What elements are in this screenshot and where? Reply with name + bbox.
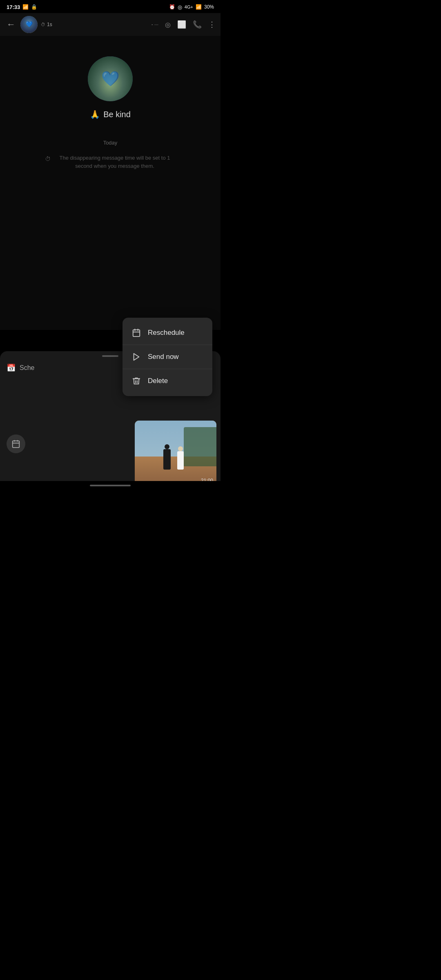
alarm-icon: ⏰ [169,4,175,10]
signal-bars-icon: 📶 [196,4,202,10]
profile-circle-icon: ◎ [165,21,171,29]
toolbar-timer-label: 1s [47,22,52,27]
praying-emoji: 🙏 [90,109,100,119]
svg-marker-4 [134,354,139,361]
phone-call-button[interactable]: 📞 [193,20,202,29]
send-now-option[interactable]: Send now [122,345,212,369]
wifi-icon: ◎ [178,4,182,10]
disappearing-notice: ⏱ The disappearing message time will be … [45,154,176,170]
calendar-icon: 📅 [7,363,16,372]
chat-area: 💙 🙏 Be kind Today ⏱ The disappearing mes… [0,36,220,330]
timer-icon: ⏱ [41,22,45,27]
dots-icon: - ··· [151,22,158,27]
reschedule-option[interactable]: Reschedule [122,321,212,345]
nav-bar [0,481,220,490]
notice-icon: ⏱ [45,155,51,163]
send-now-label: Send now [148,353,179,361]
more-options-button[interactable]: ⋮ [208,20,216,29]
context-menu: Reschedule Send now Delete [122,318,212,396]
notice-text: The disappearing message time will be se… [54,154,176,170]
toolbar-actions: - ··· ◎ ⬜ 📞 ⋮ [151,20,216,29]
contact-name: Be kind [103,110,131,119]
lock-icon: 🔒 [31,4,37,10]
battery-label: 30% [204,4,214,10]
delete-icon [131,376,141,385]
status-bar: 17:33 📶 🔒 ⏰ ◎ 4G+ 📶 30% [0,0,220,13]
scheduled-calendar-button[interactable] [7,434,25,453]
delete-label: Delete [148,377,168,385]
chat-toolbar: ← 💙 ⏱ 1s - ··· ◎ ⬜ 📞 ⋮ [0,13,220,36]
date-label: Today [103,140,118,146]
toolbar-contact-info: ⏱ 1s [41,22,148,27]
home-indicator [90,485,131,486]
sheet-handle [102,355,118,357]
back-button[interactable]: ← [5,18,17,31]
network-label: 4G+ [185,4,193,9]
contact-avatar[interactable]: 💙 [20,16,38,33]
scheduled-message-preview: 21:00 [135,421,216,486]
reschedule-icon [131,328,141,337]
bottom-sheet: 📅 Sche Reschedule Send now [0,351,220,490]
svg-rect-0 [133,330,140,337]
svg-rect-5 [13,441,20,448]
signal-icon: 📶 [22,4,29,10]
reschedule-label: Reschedule [148,329,185,337]
contact-name-row: 🙏 Be kind [90,109,131,119]
send-now-icon [131,352,141,361]
video-call-button[interactable]: ⬜ [177,20,186,29]
scheduled-label: Sche [20,364,34,372]
status-time: 17:33 [7,4,20,10]
profile-image: 💙 [88,56,133,101]
delete-option[interactable]: Delete [122,369,212,393]
